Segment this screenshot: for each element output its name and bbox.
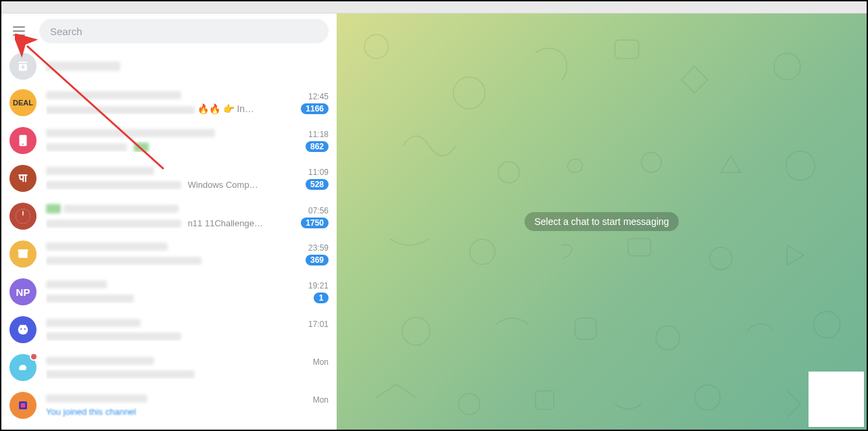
svg-point-24	[656, 326, 679, 350]
chat-row[interactable]: 17:01	[1, 311, 337, 349]
avatar	[9, 127, 37, 154]
chat-time: Mon	[313, 357, 329, 367]
unread-badge: 528	[306, 179, 329, 190]
svg-point-18	[786, 151, 815, 180]
chat-message: 🔥🔥 👉 In…	[46, 103, 295, 114]
svg-rect-9	[25, 325, 26, 327]
content: DEAL 12:45 🔥🔥 👉 In… 1166	[1, 14, 867, 430]
svg-rect-4	[18, 249, 28, 251]
chat-time: Mon	[313, 395, 329, 405]
chat-message	[46, 331, 329, 341]
chat-message	[46, 141, 300, 152]
chat-row[interactable]: DEAL 12:45 🔥🔥 👉 In… 1166	[1, 84, 337, 122]
chat-list[interactable]: DEAL 12:45 🔥🔥 👉 In… 1166	[1, 49, 337, 430]
svg-point-28	[695, 385, 720, 410]
chat-row[interactable]: NP 19:21 1	[1, 273, 337, 311]
svg-rect-8	[20, 325, 21, 327]
chat-message	[46, 255, 300, 265]
chat-name-blurred	[46, 167, 154, 175]
svg-point-5	[18, 325, 28, 335]
svg-point-13	[453, 77, 485, 109]
avatar: पा	[9, 165, 37, 192]
chat-name-blurred	[46, 280, 107, 288]
chat-time: 12:45	[308, 92, 329, 101]
svg-point-1	[22, 144, 24, 145]
svg-rect-27	[535, 391, 554, 409]
chat-row[interactable]: 07:56 n11 11Challenge… 1750	[1, 197, 337, 235]
chat-time: 11:09	[308, 168, 329, 177]
chat-time: 23:59	[308, 243, 329, 253]
unread-badge: 862	[306, 141, 329, 152]
search-input[interactable]	[39, 19, 329, 43]
svg-point-7	[24, 328, 26, 330]
chat-message: You joined this channel	[46, 407, 329, 417]
archive-label-blurred	[46, 61, 120, 71]
chat-row[interactable]: Mon	[1, 349, 337, 386]
svg-point-25	[814, 311, 840, 338]
unread-badge: 369	[306, 255, 329, 265]
chat-message: n11 11Challenge…	[46, 218, 295, 228]
chat-name-blurred	[46, 319, 141, 327]
svg-point-15	[774, 53, 800, 80]
avatar	[9, 240, 37, 268]
archived-chats-row[interactable]	[1, 49, 337, 84]
avatar	[9, 392, 37, 419]
svg-point-26	[458, 394, 479, 415]
chat-row[interactable]: 11:18 862	[1, 122, 337, 159]
chat-name-blurred	[46, 357, 154, 365]
archive-icon	[9, 53, 37, 80]
chat-time: 11:18	[308, 130, 329, 139]
chat-row[interactable]: Mon You joined this channel	[1, 386, 337, 424]
svg-point-12	[364, 34, 388, 58]
svg-rect-11	[21, 403, 26, 408]
chat-row[interactable]: 23:59 369	[1, 235, 337, 273]
chat-name-blurred	[46, 395, 147, 403]
sidebar: DEAL 12:45 🔥🔥 👉 In… 1166	[1, 14, 337, 430]
svg-rect-14	[615, 40, 639, 58]
unread-badge: 1750	[301, 218, 329, 228]
avatar: NP	[9, 278, 37, 305]
sidebar-header	[1, 14, 337, 49]
chat-time: 17:01	[308, 320, 329, 329]
svg-rect-23	[575, 318, 596, 339]
avatar: DEAL	[9, 89, 37, 116]
svg-rect-3	[18, 251, 27, 258]
svg-point-22	[402, 318, 430, 345]
chat-name-blurred	[46, 91, 181, 99]
chat-name-blurred	[46, 243, 168, 251]
chat-name-blurred	[46, 129, 215, 137]
white-overlay	[809, 372, 864, 427]
main-panel: Select a chat to start messaging	[337, 14, 867, 430]
chat-message: Windows Comp…	[46, 180, 300, 190]
chat-time: 19:21	[308, 281, 329, 290]
avatar	[9, 203, 37, 230]
svg-rect-17	[642, 153, 661, 172]
svg-point-6	[20, 328, 22, 330]
unread-badge: 1166	[301, 103, 329, 114]
svg-point-19	[470, 239, 495, 264]
svg-point-21	[710, 247, 732, 270]
notification-dot	[30, 353, 38, 361]
avatar	[9, 354, 37, 381]
chat-message	[46, 293, 308, 303]
empty-state-message: Select a chat to start messaging	[525, 212, 678, 231]
app-window: DEAL 12:45 🔥🔥 👉 In… 1166	[0, 0, 868, 431]
chat-time: 07:56	[308, 206, 329, 216]
chat-message	[46, 369, 329, 379]
chat-row[interactable]: पा 11:09 Windows Comp… 528	[1, 159, 337, 197]
avatar	[9, 316, 37, 343]
unread-badge: 1	[314, 293, 329, 303]
menu-button[interactable]	[7, 19, 31, 43]
svg-rect-20	[628, 238, 650, 255]
titlebar	[1, 1, 867, 14]
svg-point-16	[498, 162, 519, 183]
